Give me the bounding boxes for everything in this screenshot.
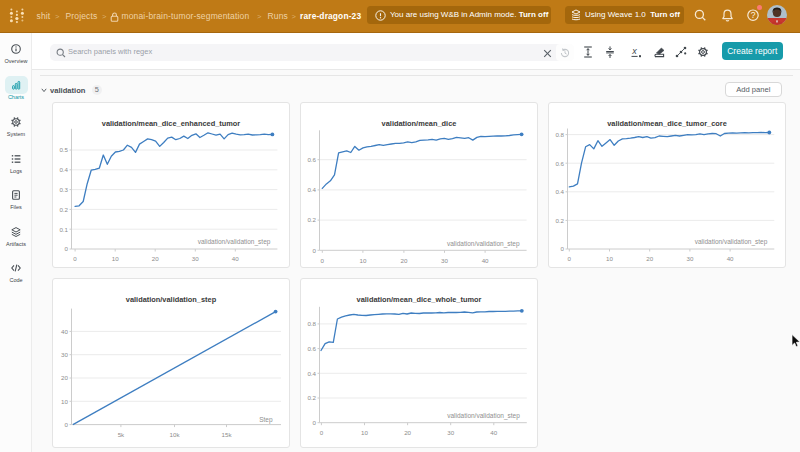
svg-text:x: x bbox=[631, 46, 637, 56]
svg-text:0.4: 0.4 bbox=[307, 186, 316, 193]
svg-text:0: 0 bbox=[73, 255, 77, 262]
svg-text:10k: 10k bbox=[170, 431, 181, 438]
svg-text:0.6: 0.6 bbox=[307, 345, 316, 352]
svg-text:0.2: 0.2 bbox=[555, 217, 564, 224]
svg-text:0.6: 0.6 bbox=[307, 156, 316, 163]
svg-text:10: 10 bbox=[606, 255, 613, 262]
svg-text:validation/mean_dice_whole_tum: validation/mean_dice_whole_tumor bbox=[357, 295, 482, 304]
svg-text:10: 10 bbox=[61, 398, 68, 405]
svg-text:validation/validation_step: validation/validation_step bbox=[126, 295, 217, 304]
svg-text:0.2: 0.2 bbox=[59, 206, 68, 213]
svg-text:40: 40 bbox=[727, 255, 734, 262]
svg-text:validation/validation_step: validation/validation_step bbox=[447, 412, 520, 420]
svg-text:0: 0 bbox=[561, 245, 565, 252]
svg-text:30: 30 bbox=[441, 257, 448, 264]
svg-text:validation/mean_dice_tumor_cor: validation/mean_dice_tumor_core bbox=[607, 119, 727, 128]
svg-text:Step: Step bbox=[259, 416, 273, 424]
svg-text:40: 40 bbox=[232, 255, 239, 262]
svg-text:0: 0 bbox=[65, 421, 69, 428]
svg-text:40: 40 bbox=[482, 257, 489, 264]
svg-text:0.1: 0.1 bbox=[59, 226, 68, 233]
svg-text:0.8: 0.8 bbox=[555, 131, 564, 138]
svg-text:0: 0 bbox=[320, 429, 324, 436]
svg-text:10: 10 bbox=[361, 429, 368, 436]
svg-text:0: 0 bbox=[313, 419, 317, 426]
svg-text:40: 40 bbox=[490, 429, 497, 436]
svg-text:0.5: 0.5 bbox=[59, 146, 68, 153]
svg-text:validation/mean_dice: validation/mean_dice bbox=[382, 119, 457, 128]
svg-text:0.2: 0.2 bbox=[307, 394, 316, 401]
svg-text:10: 10 bbox=[359, 257, 366, 264]
svg-text:20: 20 bbox=[400, 257, 407, 264]
svg-text:30: 30 bbox=[686, 255, 693, 262]
svg-text:0: 0 bbox=[65, 245, 69, 252]
svg-text:5k: 5k bbox=[118, 431, 125, 438]
svg-text:30: 30 bbox=[447, 429, 454, 436]
svg-text:0: 0 bbox=[313, 247, 317, 254]
svg-text:20: 20 bbox=[646, 255, 653, 262]
svg-text:20: 20 bbox=[404, 429, 411, 436]
svg-text:validation/validation_step: validation/validation_step bbox=[447, 240, 520, 248]
svg-text:validation/mean_dice_enhanced_: validation/mean_dice_enhanced_tumor bbox=[102, 119, 241, 128]
svg-text:0.4: 0.4 bbox=[555, 188, 564, 195]
svg-text:validation/validation_step: validation/validation_step bbox=[198, 238, 271, 246]
svg-text:0: 0 bbox=[321, 257, 325, 264]
svg-text:?: ? bbox=[751, 10, 756, 20]
svg-text:0.8: 0.8 bbox=[307, 320, 316, 327]
svg-text:0.4: 0.4 bbox=[59, 166, 68, 173]
svg-text:validation/validation_step: validation/validation_step bbox=[695, 238, 768, 246]
svg-text:40: 40 bbox=[61, 328, 68, 335]
svg-text:20: 20 bbox=[152, 255, 159, 262]
svg-text:20: 20 bbox=[61, 374, 68, 381]
svg-text:30: 30 bbox=[61, 351, 68, 358]
svg-text:15k: 15k bbox=[222, 431, 233, 438]
svg-text:0.3: 0.3 bbox=[59, 186, 68, 193]
svg-text:0.6: 0.6 bbox=[555, 160, 564, 167]
svg-text:30: 30 bbox=[192, 255, 199, 262]
svg-text:10: 10 bbox=[112, 255, 119, 262]
svg-text:0: 0 bbox=[568, 255, 572, 262]
svg-text:0.4: 0.4 bbox=[307, 370, 316, 377]
svg-text:0.2: 0.2 bbox=[307, 216, 316, 223]
